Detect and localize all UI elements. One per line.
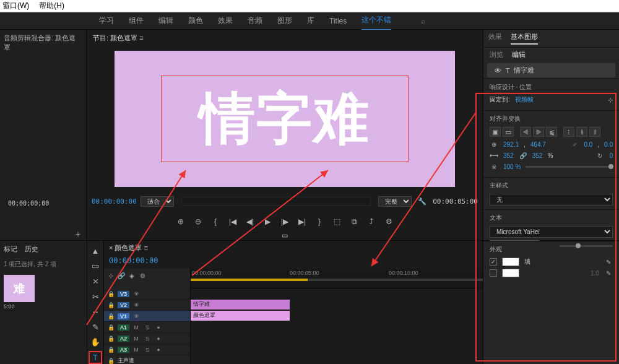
ripple-tool[interactable]: ⨯ (89, 275, 102, 288)
track-v1[interactable]: 🔒V1👁 (104, 311, 190, 322)
eye-icon[interactable]: 👁 (132, 312, 141, 321)
mute-button[interactable]: M (132, 345, 141, 354)
goto-out-button[interactable]: } (314, 216, 325, 227)
prev-edit-button[interactable]: |◀ (227, 216, 238, 227)
mute-button[interactable]: M (132, 334, 141, 343)
stroke-checkbox[interactable] (490, 269, 497, 277)
ws-titles[interactable]: Titles (329, 17, 347, 25)
program-mini-timeline[interactable] (181, 197, 371, 206)
work-area-bar[interactable] (191, 279, 483, 281)
lock-icon[interactable]: 🔒 (106, 357, 115, 365)
ws-audio[interactable]: 音频 (248, 15, 262, 26)
lock-icon[interactable]: 🔒 (106, 301, 115, 310)
program-tc-left[interactable]: 00:00:00:00 (92, 197, 137, 206)
track-a1[interactable]: 🔒A1MS● (104, 322, 190, 333)
zoom-fit-select[interactable]: 适合 (141, 196, 174, 207)
lock-icon[interactable]: 🔒 (106, 323, 115, 332)
next-edit-button[interactable]: ▶| (297, 216, 308, 227)
mark-in-button[interactable]: ⊕ (175, 216, 186, 227)
rec-button[interactable]: ● (154, 345, 163, 354)
slip-tool[interactable]: ↔ (89, 305, 102, 318)
snap-icon[interactable]: ⊹ (106, 271, 115, 280)
scale-w[interactable]: 352 (503, 152, 514, 159)
align-frame-icon[interactable]: ▭ (503, 127, 514, 137)
mark-out-button[interactable]: ⊖ (193, 216, 204, 227)
ws-custom[interactable]: 这个不错 (361, 15, 391, 30)
font-family-select[interactable]: Microsoft YaHei (490, 226, 613, 238)
track-v3[interactable]: 🔒V3👁 (104, 288, 190, 300)
lock-icon[interactable]: 🔒 (106, 312, 115, 321)
export-frame-button[interactable]: ⤴ (366, 216, 377, 227)
ws-color[interactable]: 颜色 (188, 15, 203, 26)
lock-icon[interactable]: 🔒 (106, 290, 115, 298)
settings-icon[interactable]: ⚙ (383, 216, 394, 227)
track-v2[interactable]: 🔒V2👁 (104, 300, 190, 311)
ws-library[interactable]: 库 (307, 15, 314, 26)
stroke-color-swatch[interactable] (502, 269, 519, 277)
selection-tool[interactable]: ▲ (89, 245, 102, 258)
linked-sel-icon[interactable]: 🔗 (117, 271, 126, 280)
solo-button[interactable]: S (143, 323, 152, 332)
pin-to-value[interactable]: 视频帧 (515, 95, 534, 104)
res-select[interactable]: 完整 (378, 196, 412, 207)
add-icon[interactable]: + (76, 229, 80, 239)
razor-tool[interactable]: ✂ (89, 290, 102, 303)
tracks-area[interactable]: 00:00:00:00 00:00:05:00 00:00:10:00 情字难 … (191, 269, 483, 364)
align-vcenter-icon[interactable]: ⫵ (576, 127, 587, 137)
link-icon[interactable]: 🔗 (519, 151, 527, 160)
history-tab[interactable]: 历史 (25, 245, 38, 254)
stroke-eyedropper-icon[interactable]: ✎ (604, 269, 613, 277)
effects-tab[interactable]: 效果 (488, 32, 502, 45)
anchor-x[interactable]: 0.0 (584, 141, 592, 148)
lock-icon[interactable]: 🔒 (106, 345, 115, 354)
extract-button[interactable]: ⧉ (348, 216, 360, 227)
lift-button[interactable]: ⬚ (331, 216, 342, 227)
type-tool[interactable]: T (89, 351, 102, 364)
play-button[interactable]: ▶ (262, 216, 273, 227)
rec-button[interactable]: ● (154, 334, 163, 343)
hand-tool[interactable]: ✋ (89, 336, 102, 349)
align-right-icon[interactable]: ⫹ (546, 127, 557, 137)
menu-help[interactable]: 帮助(H) (39, 1, 64, 11)
essential-graphics-tab[interactable]: 基本图形 (511, 32, 538, 45)
align-top-icon[interactable]: ⫶ (563, 127, 574, 137)
pos-x[interactable]: 292.1 (503, 141, 519, 148)
align-bottom-icon[interactable]: ⫴ (589, 127, 600, 137)
clip-text-layer[interactable]: 情字难 (191, 300, 290, 310)
master-style-select[interactable]: 无 (490, 194, 613, 206)
time-ruler[interactable]: 00:00:00:00 00:00:05:00 00:00:10:00 (191, 269, 483, 288)
lock-icon[interactable]: 🔒 (106, 334, 115, 343)
browse-subtab[interactable]: 浏览 (490, 50, 503, 59)
mute-button[interactable]: M (132, 323, 141, 332)
opacity-slider[interactable] (526, 166, 613, 168)
text-layer-bbox[interactable]: 情字难 (161, 76, 409, 162)
text-layer-item[interactable]: 👁 T 情字难 (487, 63, 615, 77)
pos-y[interactable]: 464.7 (530, 141, 546, 148)
search-icon[interactable]: ⌕ (421, 17, 425, 25)
align-hcenter-icon[interactable]: ⫸ (533, 127, 544, 137)
scale-h[interactable]: 352 (532, 152, 543, 159)
rotation-val[interactable]: 0 (609, 152, 613, 159)
solo-button[interactable]: S (143, 334, 152, 343)
anchor-y[interactable]: 0.0 (604, 141, 613, 148)
eye-icon[interactable]: 👁 (132, 301, 141, 310)
safe-margins-button[interactable]: ▭ (282, 232, 288, 240)
marker-icon[interactable]: ◈ (128, 271, 136, 280)
markers-tab[interactable]: 标记 (4, 245, 17, 254)
ws-learn[interactable]: 学习 (99, 15, 114, 26)
step-fwd-button[interactable]: |▶ (279, 216, 290, 227)
ws-effects[interactable]: 效果 (218, 15, 233, 26)
timeline-timecode[interactable]: 00:00:00:00 (104, 255, 483, 269)
step-back-button[interactable]: ◀| (245, 216, 256, 227)
eye-icon[interactable]: 👁 (493, 66, 502, 75)
fill-color-swatch[interactable] (502, 258, 519, 266)
track-master[interactable]: 🔒主声道 (104, 355, 190, 364)
track-select-tool[interactable]: ▭ (89, 260, 102, 273)
fill-checkbox[interactable]: ✓ (490, 258, 497, 266)
edit-subtab[interactable]: 编辑 (512, 50, 526, 59)
track-a2[interactable]: 🔒A2MS● (104, 333, 190, 344)
goto-in-button[interactable]: { (210, 216, 221, 227)
program-tab[interactable]: 节目: 颜色遮罩 ≡ (87, 30, 483, 46)
clip-color-matte[interactable]: 颜色遮罩 (191, 311, 290, 321)
clip-thumbnail[interactable]: 难 (4, 275, 35, 302)
